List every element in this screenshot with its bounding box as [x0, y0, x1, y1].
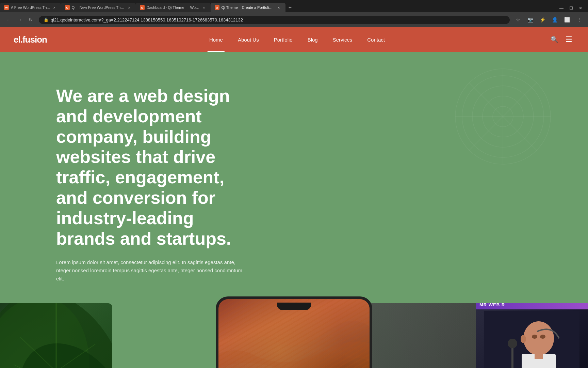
extensions-icon[interactable]: ⬜ [562, 15, 572, 25]
nav-buttons: ← → ↻ [4, 15, 35, 25]
address-bar: ← → ↻ 🔒 qi21.qodeinteractive.com/?_ga=2.… [0, 12, 588, 27]
screenshot-icon[interactable]: 📷 [525, 15, 535, 25]
tab-2-close[interactable]: × [127, 5, 132, 10]
close-window-button[interactable]: ✕ [576, 4, 585, 12]
tab-2-label: Qi – New Free WordPress Theme... [72, 5, 125, 10]
nav-item-blog[interactable]: Blog [300, 27, 325, 52]
center-phone [216, 296, 372, 368]
nav-item-about[interactable]: About Us [230, 27, 266, 52]
site-nav: Home About Us Portfolio Blog Services Co… [202, 27, 392, 52]
lock-icon: 🔒 [44, 17, 49, 22]
lightning-icon[interactable]: ⚡ [538, 15, 547, 25]
phone-notch [277, 303, 311, 310]
floating-video-player: MR WEB R [476, 303, 588, 368]
tab-4-label: Qi Theme – Create a Portfolio W... [222, 5, 275, 10]
browser-tab-3[interactable]: Q Dashboard · Qi Theme — WordP... × [136, 3, 211, 12]
site-logo[interactable]: el.fusion [14, 34, 47, 45]
new-tab-button[interactable]: + [285, 3, 295, 12]
menu-hamburger-icon[interactable]: ☰ [564, 35, 574, 44]
svg-rect-24 [535, 352, 543, 359]
site-header: el.fusion Home About Us Portfolio Blog S… [0, 27, 588, 52]
address-input[interactable]: 🔒 qi21.qodeinteractive.com/?_ga=2.212247… [39, 16, 510, 24]
browser-tab-1[interactable]: W A Free WordPress Th... × [0, 3, 61, 12]
hero-title: We are a web design and development comp… [56, 86, 250, 249]
hero-bottom: MR WEB R [0, 303, 588, 368]
tab-4-close[interactable]: × [277, 5, 281, 10]
browser-tab-4[interactable]: Q Qi Theme – Create a Portfolio W... × [211, 3, 285, 12]
hero-section: We are a web design and development comp… [0, 52, 588, 368]
bookmark-icon[interactable]: ☆ [513, 15, 523, 25]
tab-1-label: A Free WordPress Th... [11, 5, 50, 10]
browser-tabs: W A Free WordPress Th... × Q Qi – New Fr… [0, 0, 588, 12]
right-video-area: MR WEB R [367, 303, 588, 368]
back-button[interactable]: ← [4, 15, 14, 25]
address-text: qi21.qodeinteractive.com/?_ga=2.21224712… [51, 17, 243, 22]
profile-icon[interactable]: 👤 [550, 15, 559, 25]
phone-frame [216, 296, 372, 368]
tab-3-label: Dashboard · Qi Theme — WordP... [147, 5, 200, 10]
hero-subtitle: Lorem ipsum dolor sit amet, consectetur … [56, 258, 250, 283]
browser-actions: ☆ 📷 ⚡ 👤 ⬜ ⋮ [513, 15, 584, 25]
forward-button[interactable]: → [15, 15, 24, 25]
nav-item-contact[interactable]: Contact [360, 27, 392, 52]
nav-item-services[interactable]: Services [325, 27, 360, 52]
hero-decorative-pattern [452, 65, 554, 168]
leaf-svg [0, 303, 112, 368]
video-person-svg [484, 311, 579, 368]
reload-button[interactable]: ↻ [26, 15, 35, 25]
browser-tab-2[interactable]: Q Qi – New Free WordPress Theme... × [61, 3, 136, 12]
floating-video-header: MR WEB R [476, 303, 588, 309]
svg-rect-26 [511, 345, 513, 368]
menu-icon[interactable]: ⋮ [574, 15, 584, 25]
tab-2-favicon: Q [65, 5, 70, 10]
right-bg: MR WEB R [367, 303, 588, 368]
tab-4-favicon: Q [215, 5, 219, 10]
svg-point-29 [540, 335, 545, 339]
tab-1-favicon: W [4, 5, 9, 10]
leaf-image [0, 303, 112, 368]
browser-chrome: W A Free WordPress Th... × Q Qi – New Fr… [0, 0, 588, 27]
search-icon[interactable]: 🔍 [547, 36, 561, 43]
svg-point-25 [521, 335, 526, 343]
tab-3-close[interactable]: × [202, 5, 207, 10]
svg-point-27 [508, 339, 517, 348]
tab-3-favicon: Q [140, 5, 145, 10]
svg-point-28 [532, 335, 537, 339]
tab-1-close[interactable]: × [52, 5, 57, 10]
nav-item-portfolio[interactable]: Portfolio [266, 27, 300, 52]
maximize-button[interactable]: ☐ [567, 4, 575, 12]
hero-content: We are a web design and development comp… [0, 72, 306, 296]
svg-point-22 [523, 321, 554, 355]
floating-video-title: MR WEB R [479, 303, 505, 307]
nav-item-home[interactable]: Home [202, 27, 230, 52]
floating-video-content [476, 309, 588, 368]
minimize-button[interactable]: — [557, 4, 566, 12]
